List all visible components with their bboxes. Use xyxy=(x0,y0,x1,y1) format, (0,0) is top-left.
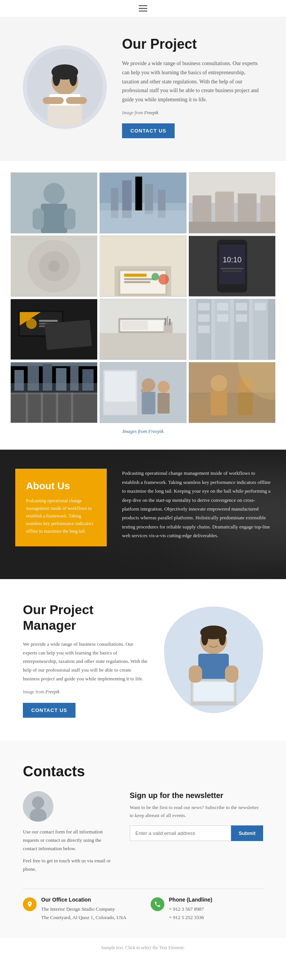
contacts-left-text2: Feel free to get in touch with us via em… xyxy=(23,857,114,873)
pm-image xyxy=(164,607,263,713)
phone-title: Phone (Landline) xyxy=(169,897,212,903)
email-submit-button[interactable]: Submit xyxy=(231,825,263,841)
svg-rect-77 xyxy=(198,326,209,333)
contacts-title: Contacts xyxy=(23,763,263,780)
svg-text:10:10: 10:10 xyxy=(223,255,241,264)
svg-rect-47 xyxy=(221,268,243,269)
svg-rect-104 xyxy=(158,393,170,413)
gallery-image-1 xyxy=(11,172,97,233)
svg-rect-11 xyxy=(41,204,67,233)
svg-rect-54 xyxy=(39,320,58,322)
gallery-row-3 xyxy=(11,299,275,360)
gallery-image-2 xyxy=(100,172,186,233)
office-title: Our Office Location xyxy=(41,897,127,903)
office-line2: The Courtyard, Al Quoz 1, Colorado, USA xyxy=(41,913,127,922)
svg-rect-18 xyxy=(135,177,142,211)
pm-avatar xyxy=(164,607,263,713)
svg-point-32 xyxy=(48,261,60,272)
contacts-left: Use our contact form for all information… xyxy=(23,791,114,873)
svg-rect-62 xyxy=(100,333,186,359)
email-input[interactable] xyxy=(130,825,231,841)
gallery-image-11 xyxy=(100,362,186,423)
svg-rect-37 xyxy=(124,274,147,277)
contacts-top: Use our contact form for all information… xyxy=(23,791,263,873)
svg-rect-28 xyxy=(189,222,275,233)
svg-rect-67 xyxy=(122,321,148,330)
gallery-note: Images from Freepik xyxy=(11,428,275,434)
svg-rect-45 xyxy=(219,244,245,284)
svg-point-119 xyxy=(219,630,226,645)
pm-image-note: Image from Freepik xyxy=(23,688,149,696)
svg-point-41 xyxy=(152,273,159,281)
svg-point-40 xyxy=(159,274,169,285)
svg-rect-76 xyxy=(198,314,209,322)
svg-rect-110 xyxy=(210,391,227,415)
svg-point-4 xyxy=(53,69,60,86)
gallery-image-9 xyxy=(189,299,275,360)
gallery-image-6: 10:10 xyxy=(189,236,275,297)
svg-rect-89 xyxy=(71,393,73,423)
newsletter-desc: Want to be the first to read our news? S… xyxy=(130,804,263,820)
contacts-avatar xyxy=(23,791,53,822)
svg-point-118 xyxy=(201,630,208,645)
svg-point-53 xyxy=(26,319,37,329)
svg-rect-97 xyxy=(11,383,97,393)
svg-rect-21 xyxy=(100,211,186,233)
about-title: About Us xyxy=(26,480,96,492)
svg-rect-102 xyxy=(142,392,156,414)
svg-rect-12 xyxy=(32,209,44,229)
svg-rect-75 xyxy=(198,303,209,311)
gallery-row-1 xyxy=(11,172,275,233)
pm-description: We provide a wide range of business cons… xyxy=(23,640,149,683)
svg-point-109 xyxy=(210,375,227,391)
footer: Sample text. Click to select the Text El… xyxy=(0,937,286,958)
svg-rect-38 xyxy=(124,278,154,280)
hero-contact-button[interactable]: CONTACT US xyxy=(122,123,175,138)
about-right: Podcasting operational change management… xyxy=(107,469,271,540)
about-section: About Us Podcasting operational change m… xyxy=(0,450,286,579)
phone-info: Phone (Landline) + 912 3 567 8987 + 912 … xyxy=(151,897,263,922)
svg-rect-79 xyxy=(217,314,228,322)
hamburger-menu[interactable] xyxy=(139,5,147,11)
svg-point-127 xyxy=(32,796,44,809)
about-content: About Us Podcasting operational change m… xyxy=(0,450,286,579)
svg-rect-124 xyxy=(189,666,202,683)
gallery-image-5 xyxy=(100,236,186,297)
svg-point-5 xyxy=(69,69,77,86)
pm-contact-button[interactable]: CONTACT US xyxy=(23,703,76,718)
gallery-image-3 xyxy=(189,172,275,233)
navigation xyxy=(0,0,286,17)
phone-number1: + 912 3 567 8987 xyxy=(169,905,212,913)
gallery-image-4 xyxy=(11,236,97,297)
svg-rect-84 xyxy=(11,393,97,423)
gallery-image-8 xyxy=(100,299,186,360)
phone-detail: Phone (Landline) + 912 3 567 8987 + 912 … xyxy=(169,897,212,922)
gallery-row-2: 10:10 xyxy=(11,236,275,297)
hero-image-note: Image from Freepik xyxy=(122,109,263,117)
svg-rect-80 xyxy=(236,303,247,311)
newsletter-title: Sign up for the newsletter xyxy=(130,791,263,800)
pm-text: Our Project Manager We provide a wide ra… xyxy=(23,602,149,717)
project-manager-section: Our Project Manager We provide a wide ra… xyxy=(0,579,286,740)
contacts-section: Contacts Use our contact form for all in… xyxy=(0,741,286,937)
svg-rect-82 xyxy=(255,303,266,311)
contacts-bottom: Our Office Location The Interior Design … xyxy=(23,889,263,922)
svg-rect-39 xyxy=(124,281,151,283)
svg-rect-19 xyxy=(145,184,153,214)
pm-title: Our Project Manager xyxy=(23,602,149,633)
svg-rect-86 xyxy=(26,393,28,423)
svg-rect-66 xyxy=(169,319,170,326)
hero-avatar xyxy=(23,45,107,129)
svg-rect-100 xyxy=(105,372,136,402)
svg-rect-125 xyxy=(225,666,238,683)
svg-rect-88 xyxy=(56,393,58,423)
svg-rect-112 xyxy=(238,393,253,415)
footer-note: Sample text. Click to select the Text El… xyxy=(101,945,185,950)
hero-content: Our Project We provide a wide range of b… xyxy=(122,36,263,138)
svg-rect-81 xyxy=(236,314,247,322)
svg-rect-64 xyxy=(165,318,166,326)
office-detail: Our Office Location The Interior Design … xyxy=(41,897,127,922)
hero-description: We provide a wide range of business cons… xyxy=(122,59,263,104)
svg-rect-87 xyxy=(41,393,43,423)
hero-title: Our Project xyxy=(122,36,263,52)
